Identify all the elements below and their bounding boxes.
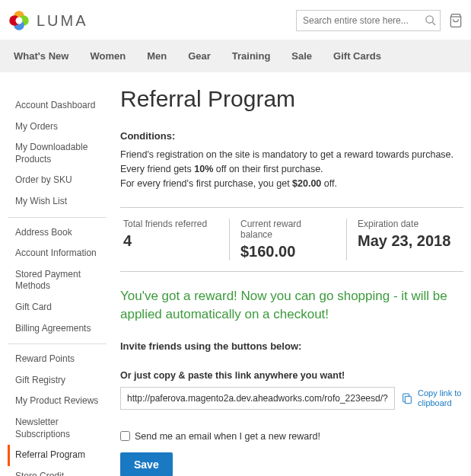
- nav-gear[interactable]: Gear: [177, 40, 221, 72]
- referral-url-input[interactable]: [120, 387, 395, 410]
- sidebar-item-reward-points[interactable]: Reward Points: [8, 349, 107, 370]
- page-title: Referral Program: [120, 86, 463, 112]
- nav-women[interactable]: Women: [79, 40, 136, 72]
- conditions-line: Every friend gets 10% off on their first…: [120, 162, 463, 177]
- sidebar-item-stored-payment-methods[interactable]: Stored Payment Methods: [8, 264, 107, 297]
- nav-men[interactable]: Men: [136, 40, 177, 72]
- conditions-body: Friend's registration on the site is man…: [120, 148, 463, 190]
- conditions-line: For every friend's first purchase, you g…: [120, 177, 463, 191]
- stat-value: May 23, 2018: [358, 232, 453, 250]
- reward-message: You've got a reward! Now you can go shop…: [120, 287, 463, 324]
- sidebar-item-billing-agreements[interactable]: Billing Agreements: [8, 318, 107, 340]
- stat-block: Expiration dateMay 23, 2018: [347, 219, 463, 260]
- sidebar-item-gift-registry[interactable]: Gift Registry: [8, 370, 107, 391]
- main-content: Referral Program Conditions: Friend's re…: [107, 86, 463, 476]
- email-reward-checkbox[interactable]: [120, 431, 130, 441]
- stat-value: $160.00: [240, 243, 336, 260]
- sidebar-item-my-wish-list[interactable]: My Wish List: [8, 191, 107, 212]
- copy-link-button[interactable]: Copy link to clipboard: [401, 388, 463, 408]
- nav-training[interactable]: Training: [221, 40, 282, 72]
- sidebar-item-newsletter-subscriptions[interactable]: Newsletter Subscriptions: [8, 412, 107, 445]
- top-nav: What's NewWomenMenGearTrainingSaleGift C…: [0, 40, 471, 72]
- stats-row: Total friends referred4Current reward ba…: [120, 207, 463, 272]
- stat-label: Total friends referred: [123, 219, 218, 229]
- sidebar-item-my-downloadable-products[interactable]: My Downloadable Products: [8, 137, 107, 170]
- search-input[interactable]: [296, 10, 441, 31]
- sidebar-item-account-dashboard[interactable]: Account Dashboard: [8, 95, 107, 117]
- stat-value: 4: [123, 232, 218, 250]
- sidebar-item-store-credit[interactable]: Store Credit: [8, 466, 107, 476]
- sidebar-item-my-orders[interactable]: My Orders: [8, 117, 107, 138]
- svg-rect-7: [405, 396, 411, 403]
- search-box: [296, 10, 441, 31]
- luma-logo-icon: [8, 9, 30, 32]
- nav-what-s-new[interactable]: What's New: [3, 40, 79, 72]
- conditions-line: Friend's registration on the site is man…: [120, 148, 463, 162]
- email-reward-row[interactable]: Send me an email when I get a new reward…: [120, 431, 463, 442]
- cart-icon[interactable]: [448, 13, 463, 28]
- copy-link-text: Copy link to clipboard: [418, 388, 463, 408]
- sidebar-item-referral-program[interactable]: Referral Program: [8, 445, 107, 466]
- sidebar-item-account-information[interactable]: Account Information: [8, 243, 107, 264]
- account-sidebar: Account DashboardMy OrdersMy Downloadabl…: [8, 86, 107, 476]
- email-reward-label: Send me an email when I get a new reward…: [135, 431, 320, 442]
- invite-heading: Invite friends using the buttons below:: [120, 340, 463, 352]
- copy-link-label: Or just copy & paste this link anywhere …: [120, 370, 463, 381]
- svg-point-4: [16, 18, 23, 24]
- stat-block: Current reward balance$160.00: [230, 219, 347, 260]
- brand-logo[interactable]: LUMA: [8, 9, 88, 32]
- sidebar-item-my-product-reviews[interactable]: My Product Reviews: [8, 391, 107, 412]
- svg-line-6: [432, 22, 435, 25]
- conditions-heading: Conditions:: [120, 130, 463, 142]
- search-icon[interactable]: [425, 14, 436, 26]
- nav-sale[interactable]: Sale: [281, 40, 323, 72]
- referral-link-row: Copy link to clipboard: [120, 387, 463, 410]
- save-button[interactable]: Save: [120, 452, 173, 476]
- stat-label: Expiration date: [358, 219, 453, 229]
- stat-label: Current reward balance: [240, 219, 336, 240]
- stat-block: Total friends referred4: [120, 219, 230, 260]
- sidebar-item-order-by-sku[interactable]: Order by SKU: [8, 170, 107, 191]
- svg-point-5: [426, 16, 433, 23]
- sidebar-item-gift-card[interactable]: Gift Card: [8, 297, 107, 318]
- copy-icon: [401, 391, 413, 405]
- sidebar-item-address-book[interactable]: Address Book: [8, 222, 107, 244]
- brand-name: LUMA: [37, 12, 88, 30]
- nav-gift-cards[interactable]: Gift Cards: [323, 40, 392, 72]
